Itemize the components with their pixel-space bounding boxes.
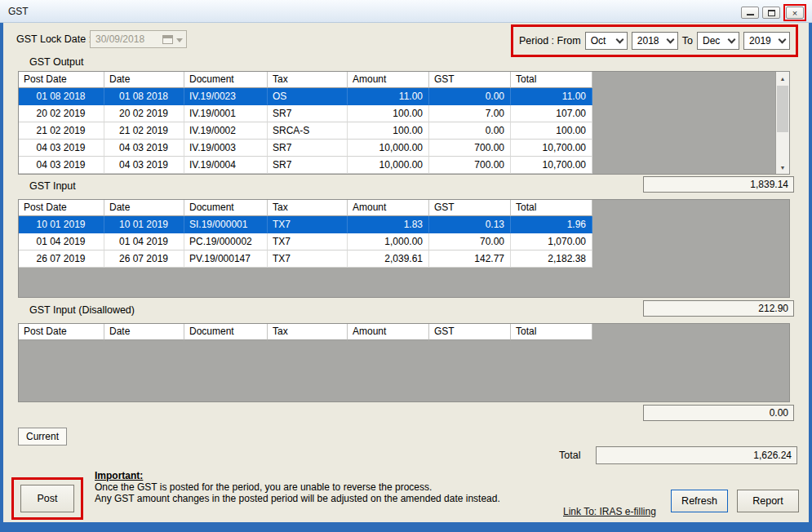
column-header-document[interactable]: Document: [184, 72, 268, 88]
column-header-tax[interactable]: Tax: [268, 72, 348, 88]
vertical-scrollbar[interactable]: ▲ ▼: [775, 72, 789, 174]
cell[interactable]: 100.00: [511, 122, 592, 140]
cell[interactable]: 01 08 2018: [19, 88, 104, 105]
column-header-gst[interactable]: GST: [429, 72, 511, 88]
cell[interactable]: 04 03 2019: [104, 140, 184, 157]
table-row[interactable]: 10 01 201910 01 2019SI.19/000001TX71.830…: [19, 216, 789, 233]
table-row[interactable]: 26 07 201926 07 2019PV.19/000147TX72,039…: [19, 250, 789, 268]
column-header-amount[interactable]: Amount: [348, 200, 429, 216]
cell[interactable]: SR7: [268, 105, 348, 122]
cell[interactable]: IV.19/0003: [184, 140, 268, 157]
cell[interactable]: 10,000.00: [348, 157, 429, 174]
gst-input-grid[interactable]: Post DateDateDocumentTaxAmountGSTTotal10…: [18, 199, 790, 298]
column-header-date[interactable]: Date: [104, 72, 184, 88]
cell[interactable]: 700.00: [429, 157, 511, 174]
to-year-select[interactable]: 2019: [743, 32, 790, 50]
cell[interactable]: 100.00: [348, 122, 429, 140]
cell[interactable]: 26 07 2019: [19, 250, 104, 268]
cell[interactable]: 10,000.00: [348, 140, 429, 157]
column-header-tax[interactable]: Tax: [268, 324, 348, 340]
cell[interactable]: 26 07 2019: [104, 250, 184, 268]
cell[interactable]: PC.19/000002: [184, 233, 268, 250]
scroll-up-icon[interactable]: ▲: [776, 72, 789, 85]
from-month-select[interactable]: Oct: [585, 32, 628, 50]
column-header-document[interactable]: Document: [184, 324, 268, 340]
cell[interactable]: 100.00: [348, 105, 429, 122]
column-header-gst[interactable]: GST: [429, 200, 511, 216]
cell[interactable]: 10,700.00: [511, 140, 592, 157]
column-header-date[interactable]: Date: [104, 324, 184, 340]
column-header-date[interactable]: Date: [104, 200, 184, 216]
cell[interactable]: 21 02 2019: [19, 122, 104, 140]
cell[interactable]: SR7: [268, 140, 348, 157]
from-year-select[interactable]: 2018: [632, 32, 678, 50]
column-header-document[interactable]: Document: [184, 200, 268, 216]
cell[interactable]: 10 01 2019: [19, 216, 104, 233]
cell[interactable]: TX7: [268, 250, 348, 268]
iras-link[interactable]: Link To: IRAS e-filling: [563, 506, 656, 517]
cell[interactable]: OS: [268, 88, 348, 105]
cell[interactable]: 2,039.61: [348, 250, 429, 268]
maximize-button[interactable]: [762, 7, 780, 19]
cell[interactable]: 2,182.38: [511, 250, 592, 268]
report-button[interactable]: Report: [737, 490, 799, 512]
close-button[interactable]: ×: [786, 7, 804, 19]
to-month-select[interactable]: Dec: [697, 32, 739, 50]
column-header-post-date[interactable]: Post Date: [19, 324, 104, 340]
cell[interactable]: 04 03 2019: [19, 140, 104, 157]
cell[interactable]: 107.00: [511, 105, 592, 122]
cell[interactable]: 01 04 2019: [104, 233, 184, 250]
gst-lock-date-field[interactable]: 30/09/2018: [90, 30, 187, 48]
refresh-button[interactable]: Refresh: [671, 490, 728, 512]
table-row[interactable]: 21 02 201921 02 2019IV.19/0002SRCA-S100.…: [19, 122, 789, 140]
gst-output-grid[interactable]: ▲ ▼ Post DateDateDocumentTaxAmountGSTTot…: [18, 71, 790, 175]
table-row[interactable]: 04 03 201904 03 2019IV.19/0004SR710,000.…: [19, 157, 789, 174]
cell[interactable]: 20 02 2019: [104, 105, 184, 122]
cell[interactable]: SRCA-S: [268, 122, 348, 140]
cell[interactable]: IV.19/0023: [184, 88, 268, 105]
column-header-amount[interactable]: Amount: [348, 324, 429, 340]
cell[interactable]: 7.00: [429, 105, 511, 122]
tab-current[interactable]: Current: [18, 428, 67, 446]
scroll-thumb[interactable]: [777, 86, 788, 132]
cell[interactable]: 11.00: [511, 88, 592, 105]
cell[interactable]: 700.00: [429, 140, 511, 157]
table-row[interactable]: 01 08 201801 08 2018IV.19/0023OS11.000.0…: [19, 88, 789, 105]
cell[interactable]: IV.19/0002: [184, 122, 268, 140]
cell[interactable]: 01 04 2019: [19, 233, 104, 250]
table-row[interactable]: 04 03 201904 03 2019IV.19/0003SR710,000.…: [19, 140, 789, 157]
table-row[interactable]: 01 04 201901 04 2019PC.19/000002TX71,000…: [19, 233, 789, 250]
cell[interactable]: 1,000.00: [348, 233, 429, 250]
gst-disallowed-grid[interactable]: Post DateDateDocumentTaxAmountGSTTotal: [18, 323, 790, 402]
column-header-gst[interactable]: GST: [429, 324, 511, 340]
column-header-total[interactable]: Total: [511, 324, 592, 340]
cell[interactable]: 01 08 2018: [104, 88, 184, 105]
column-header-amount[interactable]: Amount: [348, 72, 429, 88]
cell[interactable]: SI.19/000001: [184, 216, 268, 233]
cell[interactable]: 1.96: [511, 216, 592, 233]
cell[interactable]: 1.83: [348, 216, 429, 233]
cell[interactable]: PV.19/000147: [184, 250, 268, 268]
cell[interactable]: IV.19/0004: [184, 157, 268, 174]
cell[interactable]: 04 03 2019: [104, 157, 184, 174]
cell[interactable]: 0.00: [429, 122, 511, 140]
column-header-post-date[interactable]: Post Date: [19, 200, 104, 216]
cell[interactable]: 142.77: [429, 250, 511, 268]
cell[interactable]: 1,070.00: [511, 233, 592, 250]
cell[interactable]: IV.19/0001: [184, 105, 268, 122]
column-header-tax[interactable]: Tax: [268, 200, 348, 216]
cell[interactable]: SR7: [268, 157, 348, 174]
cell[interactable]: TX7: [268, 233, 348, 250]
cell[interactable]: 0.00: [429, 88, 511, 105]
cell[interactable]: 04 03 2019: [19, 157, 104, 174]
column-header-total[interactable]: Total: [511, 72, 592, 88]
scroll-down-icon[interactable]: ▼: [776, 161, 789, 174]
cell[interactable]: 0.13: [429, 216, 511, 233]
cell[interactable]: 21 02 2019: [104, 122, 184, 140]
cell[interactable]: 20 02 2019: [19, 105, 104, 122]
cell[interactable]: 11.00: [348, 88, 429, 105]
cell[interactable]: 10,700.00: [511, 157, 592, 174]
cell[interactable]: 10 01 2019: [104, 216, 184, 233]
cell[interactable]: 70.00: [429, 233, 511, 250]
post-button[interactable]: Post: [20, 485, 74, 512]
